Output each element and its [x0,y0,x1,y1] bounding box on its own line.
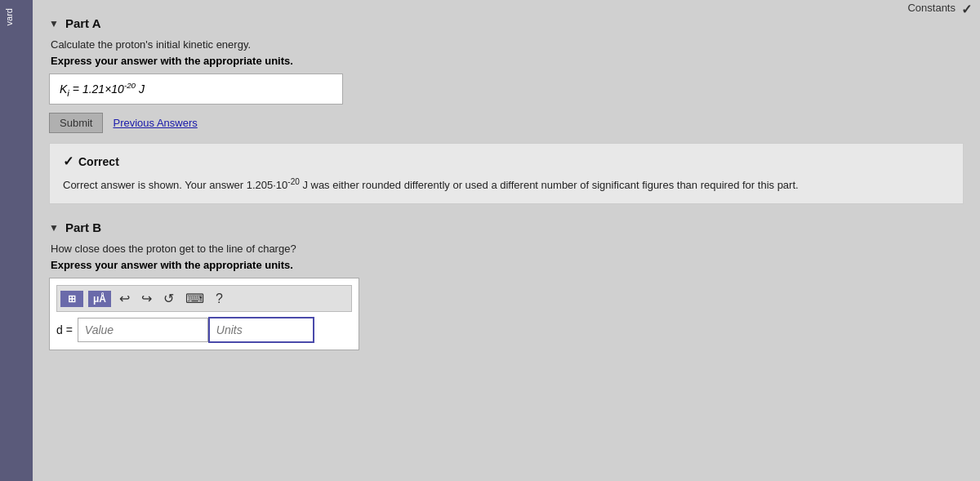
part-b-title: Part B [65,220,101,234]
part-a-button-row: Submit Previous Answers [49,113,964,133]
undo-button[interactable]: ↩ [116,289,133,308]
part-a-answer-value: Ki = 1.21×10-20 J [60,82,145,96]
correct-checkmark: ✓ [63,154,74,169]
part-a-section: ▼ Part A Calculate the proton's initial … [49,16,964,204]
correct-header: ✓ Correct [63,154,950,169]
part-b-section: ▼ Part B How close does the proton get t… [49,220,964,350]
keyboard-button[interactable]: ⌨ [182,289,207,308]
part-b-instruction: Express your answer with the appropriate… [51,259,964,271]
units-input[interactable] [208,317,314,343]
redo-button[interactable]: ↪ [138,289,155,308]
units-button[interactable]: μÅ [88,291,111,307]
help-button[interactable]: ? [212,290,226,308]
main-content: Constants ✓ ▼ Part A Calculate the proto… [33,0,980,481]
sidebar: vard [0,0,33,481]
part-a-instruction: Express your answer with the appropriate… [51,55,964,67]
previous-answers-link[interactable]: Previous Answers [113,117,197,129]
correct-label: Correct [78,155,119,168]
value-input[interactable] [78,318,208,342]
top-checkmark: ✓ [961,2,972,17]
correct-box: ✓ Correct Correct answer is shown. Your … [49,143,964,204]
value-units-row: d = [56,317,352,343]
part-b-header: ▼ Part B [49,220,964,234]
sidebar-label: vard [0,0,18,33]
part-b-input-container: ⊞ μÅ ↩ ↪ ↺ ⌨ ? d = [49,278,359,350]
part-b-question: How close does the proton get to the lin… [51,243,964,255]
matrix-button[interactable]: ⊞ [60,291,83,307]
refresh-button[interactable]: ↺ [160,289,177,308]
correct-text: Correct answer is shown. Your answer 1.2… [63,176,950,194]
part-a-answer-box: Ki = 1.21×10-20 J [49,73,343,105]
part-a-question: Calculate the proton's initial kinetic e… [51,38,964,51]
part-a-header: ▼ Part A [49,16,964,30]
toolbar-row: ⊞ μÅ ↩ ↪ ↺ ⌨ ? [56,285,352,312]
submit-button[interactable]: Submit [49,113,103,133]
part-b-collapse-icon[interactable]: ▼ [49,222,59,234]
part-a-title: Part A [65,16,101,30]
d-label: d = [56,323,73,336]
constants-link[interactable]: Constants [907,2,956,14]
part-a-collapse-icon[interactable]: ▼ [49,18,59,29]
